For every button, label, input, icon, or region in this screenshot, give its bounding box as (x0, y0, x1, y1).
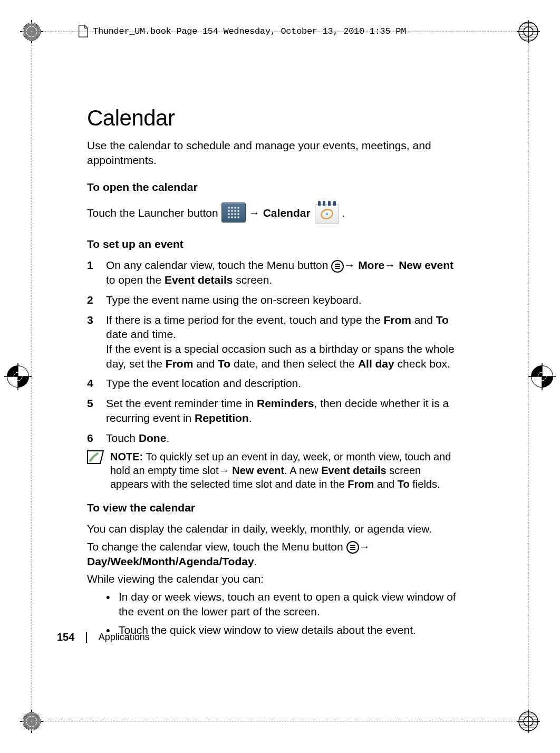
calendar-label: Calendar (263, 206, 311, 220)
menu-button-icon (346, 541, 359, 554)
view-bullets: In day or week views, touch an event to … (87, 590, 461, 638)
page-number: 154 (57, 631, 74, 643)
registration-mark-icon (20, 20, 43, 43)
registration-mark-icon (517, 710, 540, 733)
guide-line-bottom (32, 721, 528, 721)
note-text: NOTE: To quickly set up an event in day,… (110, 450, 461, 491)
step-3: If there is a time period for the event,… (87, 313, 461, 371)
view-p3: While viewing the calendar you can: (87, 572, 461, 586)
arrow-icon: → (249, 206, 260, 220)
bullet-2: Touch the quick view window to view deta… (106, 623, 461, 638)
running-head-text: Thunder_UM.book Page 154 Wednesday, Octo… (93, 26, 406, 36)
page-icon (78, 25, 89, 37)
guide-line-left (32, 32, 32, 721)
view-p2: To change the calendar view, touch the M… (87, 539, 461, 568)
open-suffix: . (342, 206, 345, 220)
step-2: Type the event name using the on-screen … (87, 293, 461, 307)
registration-mark-icon (20, 710, 43, 733)
subhead-open: To open the calendar (87, 181, 461, 194)
footer-divider (86, 632, 86, 643)
page-title: Calendar (87, 105, 461, 131)
subhead-view: To view the calendar (87, 501, 461, 514)
registration-mark-icon (528, 363, 556, 390)
note-icon (87, 450, 104, 464)
bullet-1: In day or week views, touch an event to … (106, 590, 461, 619)
subhead-setup: To set up an event (87, 238, 461, 250)
open-prefix: Touch the Launcher button (87, 206, 218, 220)
page-footer: 154 Applications (57, 631, 150, 643)
menu-button-icon (331, 260, 344, 273)
section-name: Applications (99, 632, 150, 643)
step-5: Set the event reminder time in Reminders… (87, 396, 461, 425)
intro-text: Use the calendar to schedule and manage … (87, 138, 461, 167)
open-instruction: Touch the Launcher button → Calendar . (87, 201, 461, 224)
registration-mark-icon (4, 363, 32, 390)
registration-mark-icon (517, 20, 540, 43)
step-1: On any calendar view, touch the Menu but… (87, 258, 461, 287)
step-4: Type the event location and description. (87, 376, 461, 391)
steps-list: On any calendar view, touch the Menu but… (87, 258, 461, 445)
step-6: Touch Done. (87, 431, 461, 446)
launcher-button-icon (221, 202, 246, 223)
calendar-app-icon (315, 201, 339, 224)
running-head: Thunder_UM.book Page 154 Wednesday, Octo… (78, 25, 406, 37)
svg-point-35 (325, 213, 328, 215)
view-p1: You can display the calendar in daily, w… (87, 522, 461, 536)
note-block: NOTE: To quickly set up an event in day,… (87, 450, 461, 491)
